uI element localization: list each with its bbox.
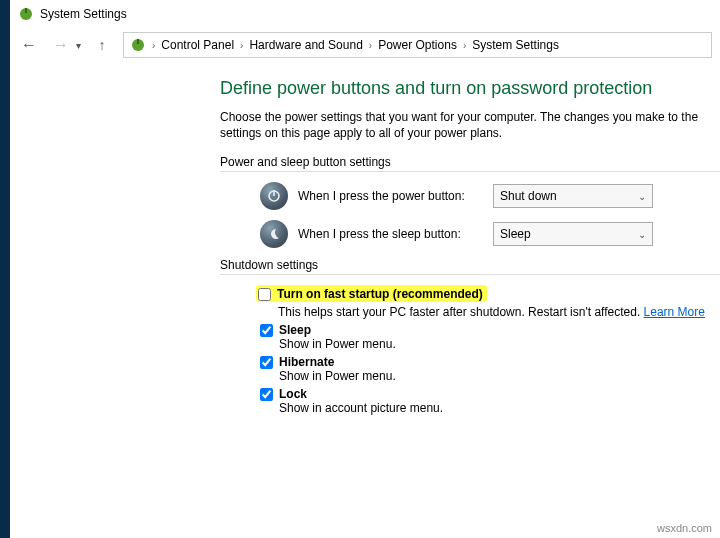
power-button-combo[interactable]: Shut down ⌄ (493, 184, 653, 208)
svg-rect-5 (273, 190, 275, 196)
crumb-control-panel[interactable]: Control Panel (161, 38, 234, 52)
sleep-button-row: When I press the sleep button: Sleep ⌄ (260, 220, 720, 248)
power-sleep-section-label: Power and sleep button settings (220, 155, 720, 169)
power-icon (260, 182, 288, 210)
content-area: Define power buttons and turn on passwor… (10, 66, 720, 415)
lock-checkbox[interactable] (260, 388, 273, 401)
svg-rect-3 (137, 39, 139, 44)
fast-startup-checkbox[interactable] (258, 288, 271, 301)
fast-startup-highlight: Turn on fast startup (recommended) (256, 285, 487, 302)
lock-option-title: Lock (279, 387, 443, 401)
divider (220, 274, 720, 275)
chevron-right-icon: › (238, 40, 245, 51)
fast-startup-title: Turn on fast startup (recommended) (277, 287, 483, 301)
divider (220, 171, 720, 172)
svg-rect-1 (25, 8, 27, 13)
sleep-option-sub: Show in Power menu. (279, 337, 396, 351)
history-dropdown-icon[interactable]: ▾ (76, 40, 81, 51)
crumb-system-settings[interactable]: System Settings (472, 38, 559, 52)
chevron-down-icon: ⌄ (638, 229, 646, 240)
crumb-hardware-sound[interactable]: Hardware and Sound (249, 38, 362, 52)
sleep-button-label: When I press the sleep button: (298, 227, 483, 241)
sleep-icon (260, 220, 288, 248)
hibernate-option: Hibernate Show in Power menu. (260, 355, 720, 383)
hibernate-option-title: Hibernate (279, 355, 396, 369)
page-title: Define power buttons and turn on passwor… (220, 78, 720, 99)
chevron-right-icon: › (367, 40, 374, 51)
sleep-option-title: Sleep (279, 323, 396, 337)
learn-more-link[interactable]: Learn More (644, 305, 705, 319)
forward-button[interactable]: → (50, 34, 72, 56)
fast-startup-sub: This helps start your PC faster after sh… (278, 305, 640, 319)
shutdown-section-label: Shutdown settings (220, 258, 720, 272)
sleep-checkbox[interactable] (260, 324, 273, 337)
power-options-icon (18, 6, 34, 22)
breadcrumb[interactable]: › Control Panel › Hardware and Sound › P… (123, 32, 712, 58)
titlebar: System Settings (10, 0, 720, 28)
chevron-down-icon: ⌄ (638, 191, 646, 202)
chevron-right-icon: › (150, 40, 157, 51)
power-options-icon (130, 37, 146, 53)
chevron-right-icon: › (461, 40, 468, 51)
power-button-value: Shut down (500, 189, 557, 203)
up-button[interactable]: ↑ (91, 34, 113, 56)
hibernate-option-sub: Show in Power menu. (279, 369, 396, 383)
sleep-option: Sleep Show in Power menu. (260, 323, 720, 351)
hibernate-checkbox[interactable] (260, 356, 273, 369)
lock-option-sub: Show in account picture menu. (279, 401, 443, 415)
power-button-row: When I press the power button: Shut down… (260, 182, 720, 210)
back-button[interactable]: ← (18, 34, 40, 56)
lock-option: Lock Show in account picture menu. (260, 387, 720, 415)
window-title: System Settings (40, 7, 127, 21)
crumb-power-options[interactable]: Power Options (378, 38, 457, 52)
page-description: Choose the power settings that you want … (220, 109, 720, 141)
power-button-label: When I press the power button: (298, 189, 483, 203)
sleep-button-combo[interactable]: Sleep ⌄ (493, 222, 653, 246)
sleep-button-value: Sleep (500, 227, 531, 241)
toolbar: ← → ▾ ↑ › Control Panel › Hardware and S… (10, 28, 720, 66)
watermark: wsxdn.com (657, 522, 712, 534)
